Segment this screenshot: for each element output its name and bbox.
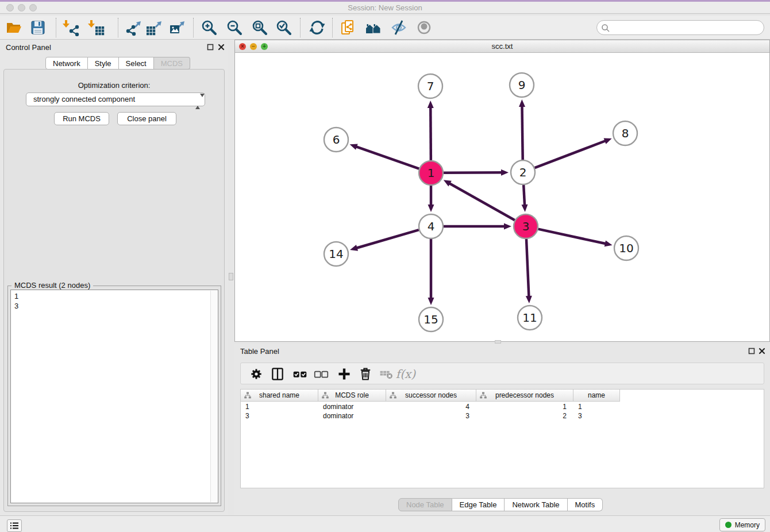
graph-edge-arrowhead <box>526 296 532 303</box>
optimization-criterion-dropdown[interactable]: strongly connected component <box>26 92 205 106</box>
zoom-fit-icon[interactable] <box>251 18 269 37</box>
column-header-mcds-role[interactable]: MCDS role <box>318 390 386 402</box>
graph-edge-4-14[interactable] <box>356 230 419 248</box>
save-session-icon[interactable] <box>29 18 47 37</box>
graph-edge-1-6[interactable] <box>355 147 419 169</box>
application-window: Session: New Session <box>0 0 770 532</box>
graph-edge-2-9[interactable] <box>522 105 522 160</box>
float-panel-icon[interactable] <box>207 44 214 51</box>
tab-mcds[interactable]: MCDS <box>154 57 190 70</box>
zoom-in-icon[interactable] <box>200 18 218 37</box>
column-header-successor-nodes[interactable]: successor nodes <box>386 390 476 402</box>
import-table-icon[interactable] <box>87 18 106 37</box>
graph-node-label: 15 <box>424 313 438 326</box>
cell-predecessor-nodes[interactable]: 2 <box>476 411 573 421</box>
table-settings-icon[interactable] <box>248 365 265 383</box>
cell-name[interactable]: 1 <box>573 402 620 411</box>
zoom-out-icon[interactable] <box>225 18 244 37</box>
select-all-icon[interactable] <box>291 365 309 383</box>
graph-edge-arrowhead <box>521 205 528 212</box>
cell-shared-name[interactable]: 3 <box>241 411 318 421</box>
memory-button[interactable]: Memory <box>719 518 765 531</box>
graph-edge-arrowhead <box>501 169 509 176</box>
show-graphics-details-icon <box>415 18 433 37</box>
apply-layout-icon[interactable] <box>308 18 326 37</box>
graph-edge-2-8[interactable] <box>535 140 607 168</box>
toolbar-separator <box>118 18 118 37</box>
network-window-titlebar[interactable]: × − + scc.txt <box>235 40 769 53</box>
cell-mcds-role[interactable]: dominator <box>318 402 386 411</box>
export-network-icon[interactable] <box>124 18 143 37</box>
dropdown-value: strongly connected component <box>33 95 135 103</box>
zoom-selected-icon[interactable] <box>275 18 293 37</box>
open-session-icon[interactable] <box>5 18 23 37</box>
network-graph[interactable]: 7968124314101511 <box>235 53 769 341</box>
graph-edge-2-3[interactable] <box>523 185 525 206</box>
graph-node-label: 11 <box>522 311 537 325</box>
export-image-icon[interactable] <box>168 18 186 37</box>
graph-edge-arrowhead <box>428 205 434 212</box>
graph-edge-arrowhead <box>504 223 511 230</box>
close-panel-icon[interactable] <box>218 44 225 51</box>
show-column-icon[interactable] <box>269 365 286 383</box>
clone-network-icon[interactable] <box>339 18 357 37</box>
vertical-splitter-handle[interactable] <box>229 273 233 280</box>
graph-edge-arrowhead <box>604 138 612 144</box>
graph-edge-3-11[interactable] <box>526 239 529 298</box>
control-panel-title: Control Panel <box>6 43 51 52</box>
column-header-shared-name[interactable]: shared name <box>241 390 318 402</box>
run-mcds-button[interactable]: Run MCDS <box>54 112 109 125</box>
hide-selected-icon[interactable] <box>390 18 408 37</box>
cell-predecessor-nodes[interactable]: 1 <box>476 402 573 411</box>
tab-select[interactable]: Select <box>119 57 154 70</box>
deselect-all-icon[interactable] <box>313 365 330 383</box>
search-icon <box>601 24 610 33</box>
import-network-icon[interactable] <box>62 18 80 37</box>
window-titlebar: Session: New Session <box>0 2 770 14</box>
delete-row-icon[interactable] <box>357 365 374 383</box>
float-panel-icon[interactable] <box>748 348 755 354</box>
graph-edge-1-2[interactable] <box>444 172 503 173</box>
first-neighbors-icon[interactable] <box>364 18 383 37</box>
add-row-icon[interactable] <box>336 365 353 383</box>
tab-edge-table[interactable]: Edge Table <box>452 498 505 511</box>
graph-node-label: 14 <box>329 247 343 261</box>
close-panel-button[interactable]: Close panel <box>117 112 176 125</box>
mcds-result-line: 3 <box>14 301 214 311</box>
cell-shared-name[interactable]: 1 <box>241 402 318 411</box>
graph-node-label: 6 <box>333 133 340 147</box>
network-window-title: scc.txt <box>235 42 769 51</box>
column-type-icon <box>244 392 251 399</box>
graph-node-label: 4 <box>428 219 435 233</box>
close-panel-icon[interactable] <box>759 348 765 354</box>
tab-network[interactable]: Network <box>45 57 88 70</box>
graph-edge-3-10[interactable] <box>538 229 606 244</box>
tab-network-table[interactable]: Network Table <box>505 498 567 511</box>
mcds-result-scrollbar[interactable] <box>210 291 217 502</box>
column-header-predecessor-nodes[interactable]: predecessor nodes <box>476 390 573 402</box>
table-row[interactable]: 1 dominator 4 1 1 <box>241 402 620 411</box>
tab-motifs[interactable]: Motifs <box>568 498 603 511</box>
graph-edge-3-1[interactable] <box>448 183 514 220</box>
network-canvas[interactable]: 7968124314101511 <box>235 53 769 341</box>
memory-status-icon <box>725 522 732 528</box>
table-row[interactable]: 3 dominator 3 2 3 <box>241 411 620 421</box>
mcds-result-title: MCDS result (2 nodes) <box>11 281 93 290</box>
graph-edge-arrowhead <box>605 241 613 247</box>
mcds-result-text[interactable]: 1 3 <box>10 290 218 503</box>
column-type-icon <box>480 392 487 399</box>
cell-name[interactable]: 3 <box>573 411 620 421</box>
column-header-name[interactable]: name <box>573 390 620 402</box>
task-history-button[interactable] <box>7 519 22 532</box>
cell-successor-nodes[interactable]: 3 <box>386 411 476 421</box>
toolbar-separator <box>193 18 194 37</box>
search-input[interactable] <box>612 21 760 34</box>
graph-edge-arrowhead <box>350 144 358 149</box>
tab-node-table[interactable]: Node Table <box>398 498 452 511</box>
toolbar-separator <box>332 18 333 37</box>
export-table-icon[interactable] <box>145 18 163 37</box>
tab-style[interactable]: Style <box>88 57 119 70</box>
cell-mcds-role[interactable]: dominator <box>318 411 386 421</box>
graph-edge-1-7[interactable] <box>430 106 431 160</box>
cell-successor-nodes[interactable]: 4 <box>386 402 476 411</box>
